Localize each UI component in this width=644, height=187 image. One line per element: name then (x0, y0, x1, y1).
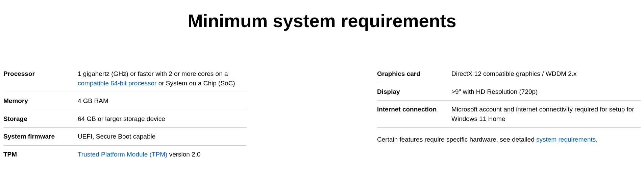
req-value-firmware: UEFI, Secure Boot capable (78, 132, 247, 141)
footnote-text: Certain features require specific hardwa… (377, 136, 536, 143)
footnote-text: . (596, 136, 597, 143)
req-value-memory: 4 GB RAM (78, 96, 247, 106)
requirements-left-column: Processor 1 gigahertz (GHz) or faster wi… (3, 65, 247, 163)
req-value-processor: 1 gigahertz (GHz) or faster with 2 or mo… (78, 69, 247, 88)
compatible-processor-link[interactable]: compatible 64-bit processor (78, 80, 156, 87)
req-text: version 2.0 (167, 151, 200, 158)
req-label-memory: Memory (3, 96, 78, 106)
requirements-right-column: Graphics card DirectX 12 compatible grap… (377, 65, 641, 163)
req-label-storage: Storage (3, 114, 78, 124)
req-value-graphics: DirectX 12 compatible graphics / WDDM 2.… (451, 69, 641, 79)
req-text: 1 gigahertz (GHz) or faster with 2 or mo… (78, 70, 228, 77)
page-title: Minimum system requirements (0, 0, 644, 65)
req-text: or System on a Chip (SoC) (156, 80, 235, 87)
req-label-firmware: System firmware (3, 132, 78, 141)
req-value-display: >9" with HD Resolution (720p) (451, 87, 641, 97)
req-row-internet: Internet connection Microsoft account an… (377, 100, 641, 127)
req-row-tpm: TPM Trusted Platform Module (TPM) versio… (3, 145, 247, 163)
req-label-graphics: Graphics card (377, 69, 451, 79)
req-value-internet: Microsoft account and internet connectiv… (451, 105, 641, 123)
req-value-storage: 64 GB or larger storage device (78, 114, 247, 124)
tpm-link[interactable]: Trusted Platform Module (TPM) (78, 151, 167, 158)
req-label-tpm: TPM (3, 150, 78, 159)
req-row-graphics: Graphics card DirectX 12 compatible grap… (377, 65, 641, 83)
req-row-firmware: System firmware UEFI, Secure Boot capabl… (3, 127, 247, 145)
system-requirements-link[interactable]: system requirements (536, 136, 596, 143)
req-label-processor: Processor (3, 69, 78, 79)
footnote: Certain features require specific hardwa… (377, 127, 641, 143)
req-label-display: Display (377, 87, 451, 97)
req-row-processor: Processor 1 gigahertz (GHz) or faster wi… (3, 65, 247, 92)
req-row-memory: Memory 4 GB RAM (3, 92, 247, 110)
req-value-tpm: Trusted Platform Module (TPM) version 2.… (78, 150, 247, 159)
req-row-display: Display >9" with HD Resolution (720p) (377, 83, 641, 101)
req-row-storage: Storage 64 GB or larger storage device (3, 110, 247, 128)
requirements-columns: Processor 1 gigahertz (GHz) or faster wi… (0, 65, 644, 163)
req-label-internet: Internet connection (377, 105, 451, 114)
